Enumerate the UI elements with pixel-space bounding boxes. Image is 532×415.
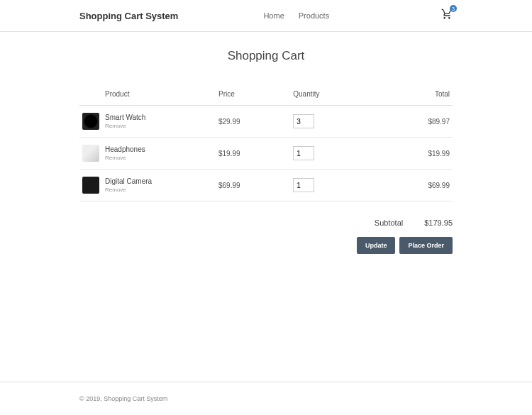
table-row: Headphones Remove $19.99 $19.99	[79, 138, 453, 170]
th-total: Total	[378, 84, 453, 106]
cart-icon[interactable]: 3	[441, 9, 453, 23]
summary: Subtotal $179.95	[79, 218, 453, 227]
row-total: $89.97	[378, 106, 453, 138]
cart-badge: 3	[450, 5, 457, 12]
th-product: Product	[102, 84, 216, 106]
footer-text: © 2019, Shopping Cart System	[79, 395, 453, 402]
table-row: Smart Watch Remove $29.99 $89.97	[79, 106, 453, 138]
subtotal-label: Subtotal	[375, 218, 403, 227]
nav-home[interactable]: Home	[263, 11, 284, 20]
product-name: Smart Watch	[105, 114, 145, 121]
product-name: Digital Camera	[105, 177, 152, 185]
quantity-input[interactable]	[293, 178, 314, 192]
remove-link[interactable]: Remove	[105, 187, 213, 193]
th-price: Price	[216, 84, 290, 106]
price: $19.99	[216, 138, 290, 170]
place-order-button[interactable]: Place Order	[399, 237, 453, 254]
quantity-input[interactable]	[293, 114, 314, 128]
remove-link[interactable]: Remove	[105, 155, 213, 161]
row-total: $69.99	[378, 170, 453, 201]
product-name: Headphones	[105, 145, 145, 153]
table-row: Digital Camera Remove $69.99 $69.99	[79, 170, 453, 201]
product-thumb	[82, 145, 99, 162]
price: $29.99	[216, 106, 290, 138]
product-thumb	[82, 177, 99, 194]
product-thumb	[82, 113, 99, 130]
header: Shopping Cart System Home Products 3	[0, 0, 532, 32]
footer: © 2019, Shopping Cart System	[0, 382, 532, 415]
page-title: Shopping Cart	[79, 49, 453, 63]
actions: Update Place Order	[79, 237, 453, 254]
nav-products[interactable]: Products	[299, 11, 329, 20]
update-button[interactable]: Update	[357, 237, 396, 254]
nav: Home Products	[263, 11, 329, 20]
brand[interactable]: Shopping Cart System	[79, 11, 178, 21]
cart-table: Product Price Quantity Total Smart Watch…	[79, 84, 453, 201]
th-quantity: Quantity	[290, 84, 377, 106]
remove-link[interactable]: Remove	[105, 123, 213, 129]
quantity-input[interactable]	[293, 146, 314, 160]
row-total: $19.99	[378, 138, 453, 170]
subtotal-value: $179.95	[424, 218, 453, 227]
price: $69.99	[216, 170, 290, 201]
